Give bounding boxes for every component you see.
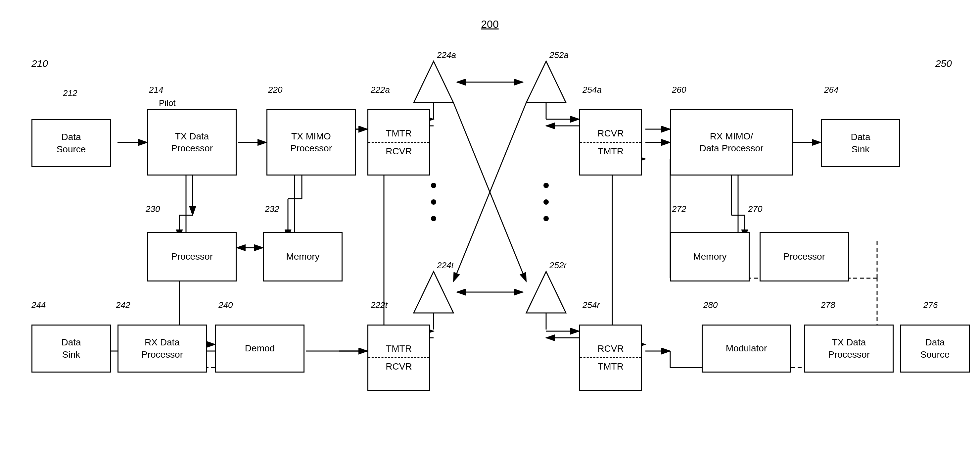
block-processor-left: Processor: [147, 232, 237, 282]
block-data-sink-right: DataSink: [821, 119, 900, 167]
antenna-224a: [414, 61, 453, 103]
block-data-source-right: DataSource: [900, 325, 970, 373]
block-tmtr-rcvr-top: TMTR RCVR: [368, 109, 430, 175]
block-tx-mimo-processor: TX MIMOProcessor: [266, 109, 356, 175]
ref-252a: 252a: [549, 50, 569, 60]
block-rx-data-processor: RX DataProcessor: [118, 325, 207, 373]
ref-244: 244: [31, 300, 46, 310]
ref-260: 260: [671, 85, 686, 95]
block-processor-right: Processor: [760, 232, 849, 282]
svg-point-7: [431, 183, 436, 188]
ref-280: 280: [703, 300, 718, 310]
diagram: 200 210 250 224a 224t: [0, 0, 980, 457]
svg-point-11: [544, 199, 549, 205]
ref-264: 264: [824, 85, 838, 95]
ref-212: 212: [62, 88, 78, 98]
block-tx-data-processor-right: TX DataProcessor: [804, 325, 894, 373]
block-memory-right: Memory: [670, 232, 749, 282]
ref-230: 230: [145, 204, 160, 214]
block-rcvr-tmtr-bot: RCVR TMTR: [579, 325, 642, 391]
ref-232: 232: [264, 204, 279, 214]
ref-254r: 254r: [582, 300, 600, 310]
block-rx-mimo-processor: RX MIMO/Data Processor: [670, 109, 793, 175]
ref-276: 276: [923, 300, 938, 310]
block-memory-left: Memory: [263, 232, 342, 282]
svg-point-8: [431, 199, 436, 205]
block-data-source-left: DataSource: [32, 119, 111, 167]
antenna-252a: [526, 61, 566, 103]
ref-252r: 252r: [549, 260, 567, 270]
ref-270: 270: [748, 204, 762, 214]
ref-214: 214: [149, 85, 163, 95]
svg-point-10: [544, 183, 549, 188]
ref-220: 220: [268, 85, 283, 95]
ref-272: 272: [671, 204, 686, 214]
block-data-sink-left: DataSink: [32, 325, 111, 373]
block-modulator: Modulator: [702, 325, 791, 373]
antenna-224t: [414, 272, 453, 313]
ref-278: 278: [821, 300, 835, 310]
ref-224t: 224t: [436, 260, 454, 270]
ref-224a: 224a: [436, 50, 456, 60]
pilot-label: Pilot: [159, 98, 176, 108]
ref-254a: 254a: [582, 85, 602, 95]
ref-222t: 222t: [371, 300, 388, 310]
block-rcvr-tmtr-top: RCVR TMTR: [579, 109, 642, 175]
block-tx-data-processor: TX DataProcessor: [147, 109, 237, 175]
diagram-svg: 224a 224t 252a 252r: [0, 0, 980, 457]
ref-240: 240: [218, 300, 233, 310]
block-demod: Demod: [215, 325, 304, 373]
block-tmtr-rcvr-bot: TMTR RCVR: [368, 325, 430, 391]
ref-242: 242: [116, 300, 130, 310]
svg-point-9: [431, 216, 436, 221]
antenna-252r: [526, 272, 566, 313]
svg-point-12: [544, 216, 549, 221]
ref-222a: 222a: [371, 85, 390, 95]
